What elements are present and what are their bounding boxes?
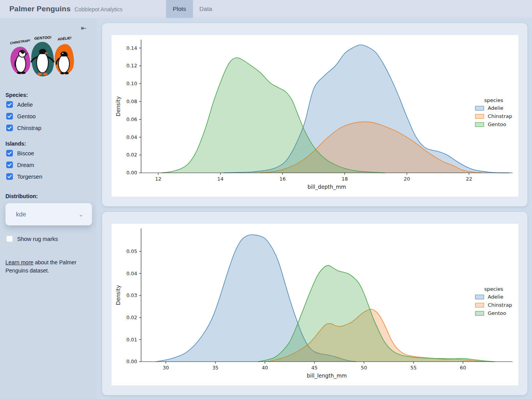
legend-entry-chinstrap: Chinstrap xyxy=(475,302,512,308)
species-section-label: Species: xyxy=(5,92,91,98)
checkbox-label: Biscoe xyxy=(17,150,34,156)
legend-label: Adelie xyxy=(488,294,503,300)
rug-label: Show rug marks xyxy=(17,236,58,242)
plot-card-bill-length: 303540455055600.000.010.020.030.040.05bi… xyxy=(102,212,527,395)
legend-entry-gentoo: Gentoo xyxy=(475,121,512,127)
artwork-label-adelie: ADĒLIE! xyxy=(57,36,72,41)
y-tick-label: 0.02 xyxy=(126,152,137,158)
x-tick-label: 45 xyxy=(311,365,318,371)
kde-figure-bill-length: 303540455055600.000.010.020.030.040.05bi… xyxy=(111,224,518,385)
legend-swatch-gentoo xyxy=(475,122,484,127)
checkbox-label: Chinstrap xyxy=(17,125,41,131)
app-brand: Palmer Penguins Cobblepot Analytics xyxy=(9,5,122,13)
y-tick-label: 0.14 xyxy=(126,45,137,51)
legend-title: species xyxy=(475,97,512,103)
rug-checkbox[interactable] xyxy=(6,236,13,242)
x-tick-label: 12 xyxy=(155,176,161,182)
legend-label: Adelie xyxy=(488,105,503,111)
checkbox-gentoo[interactable] xyxy=(6,113,13,120)
species-option-chinstrap[interactable]: Chinstrap xyxy=(6,125,91,131)
rug-marks-toggle[interactable]: Show rug marks xyxy=(6,236,91,242)
y-tick-label: 0.02 xyxy=(126,315,137,320)
x-tick-label: 35 xyxy=(212,365,219,371)
checkbox-torgersen[interactable] xyxy=(6,173,13,180)
artwork-label-chinstrap: CHINSTRAP! xyxy=(10,39,30,45)
distribution-select[interactable]: kde ⌄ xyxy=(5,203,92,225)
checkbox-label: Dream xyxy=(17,162,34,168)
legend-entry-adelie: Adelie xyxy=(475,294,512,300)
x-tick-label: 30 xyxy=(163,365,169,371)
legend-title: species xyxy=(475,286,512,292)
distribution-label: Distribution: xyxy=(5,193,91,199)
x-tick-label: 40 xyxy=(262,365,268,371)
y-tick-label: 0.01 xyxy=(126,337,137,343)
legend-label: Gentoo xyxy=(488,310,506,316)
y-tick-label: 0.04 xyxy=(126,271,137,276)
x-tick-label: 20 xyxy=(404,176,410,182)
y-tick-label: 0.00 xyxy=(126,359,137,364)
legend-entry-gentoo: Gentoo xyxy=(475,310,512,316)
kde-figure-bill-depth: 1214161820220.000.020.040.060.080.100.12… xyxy=(111,35,518,197)
sidebar: ⇤ xyxy=(0,18,97,399)
x-axis-label: bill_length_mm xyxy=(307,373,347,379)
species-option-adelie[interactable]: Adelie xyxy=(6,101,91,108)
x-axis-label: bill_depth_mm xyxy=(308,184,346,190)
main-content: 1214161820220.000.020.040.060.080.100.12… xyxy=(97,18,532,399)
app-subtitle: Cobblepot Analytics xyxy=(74,6,122,12)
y-tick-label: 0.10 xyxy=(126,81,137,86)
chevron-down-icon: ⌄ xyxy=(78,211,83,218)
checkbox-label: Gentoo xyxy=(17,113,36,120)
legend-swatch-adelie xyxy=(475,295,484,299)
species-option-gentoo[interactable]: Gentoo xyxy=(6,113,91,120)
learn-more-link[interactable]: Learn more xyxy=(5,259,34,265)
x-tick-label: 60 xyxy=(460,365,466,371)
y-axis-label: Density xyxy=(115,285,121,305)
legend-swatch-chinstrap xyxy=(475,114,484,119)
y-tick-label: 0.12 xyxy=(126,63,137,69)
plot-legend: speciesAdelieChinstrapGentoo xyxy=(475,97,512,130)
app-title: Palmer Penguins xyxy=(9,5,71,13)
legend-swatch-gentoo xyxy=(475,311,484,316)
legend-label: Gentoo xyxy=(488,121,506,127)
x-tick-label: 16 xyxy=(279,176,286,182)
artwork-label-gentoo: GENTOO! xyxy=(34,35,51,40)
islands-checkbox-group: BiscoeDreamTorgersen xyxy=(5,150,91,180)
legend-entry-adelie: Adelie xyxy=(475,105,512,111)
plot-card-bill-depth: 1214161820220.000.020.040.060.080.100.12… xyxy=(102,23,527,206)
y-tick-label: 0.00 xyxy=(126,170,137,176)
y-tick-label: 0.06 xyxy=(126,116,137,122)
distribution-selected-value: kde xyxy=(16,211,26,218)
legend-label: Chinstrap xyxy=(488,302,512,308)
x-tick-label: 22 xyxy=(466,176,472,182)
checkbox-biscoe[interactable] xyxy=(6,150,13,156)
islands-option-torgersen[interactable]: Torgersen xyxy=(6,173,91,180)
islands-option-biscoe[interactable]: Biscoe xyxy=(6,150,91,156)
legend-entry-chinstrap: Chinstrap xyxy=(475,113,512,119)
sidebar-footer: Learn more about the Palmer Penguins dat… xyxy=(5,258,83,275)
y-tick-label: 0.04 xyxy=(126,134,137,140)
y-tick-label: 0.05 xyxy=(126,248,137,254)
islands-section-label: Islands: xyxy=(5,141,91,147)
legend-swatch-adelie xyxy=(475,106,484,111)
checkbox-label: Torgersen xyxy=(17,174,42,180)
app-header: Palmer Penguins Cobblepot Analytics Plot… xyxy=(0,0,532,18)
x-tick-label: 18 xyxy=(341,176,348,182)
tab-plots[interactable]: Plots xyxy=(166,0,193,18)
checkbox-label: Adelie xyxy=(17,102,33,108)
checkbox-chinstrap[interactable] xyxy=(6,125,13,131)
legend-swatch-chinstrap xyxy=(475,303,484,308)
plot-legend: speciesAdelieChinstrapGentoo xyxy=(475,286,512,318)
penguins-artwork: CHINSTRAP! GENTOO! ADĒLIE! xyxy=(6,33,91,83)
tab-data[interactable]: Data xyxy=(193,0,219,18)
checkbox-dream[interactable] xyxy=(6,162,13,168)
legend-label: Chinstrap xyxy=(488,113,512,119)
sidebar-collapse-icon[interactable]: ⇤ xyxy=(81,24,87,32)
y-axis-label: Density xyxy=(115,96,121,116)
checkbox-adelie[interactable] xyxy=(6,101,13,108)
species-checkbox-group: AdelieGentooChinstrap xyxy=(5,101,91,131)
islands-option-dream[interactable]: Dream xyxy=(6,162,91,168)
nav-tabs: Plots Data xyxy=(166,0,219,18)
x-tick-label: 14 xyxy=(217,176,223,182)
y-tick-label: 0.03 xyxy=(126,292,137,298)
x-tick-label: 50 xyxy=(361,365,367,371)
